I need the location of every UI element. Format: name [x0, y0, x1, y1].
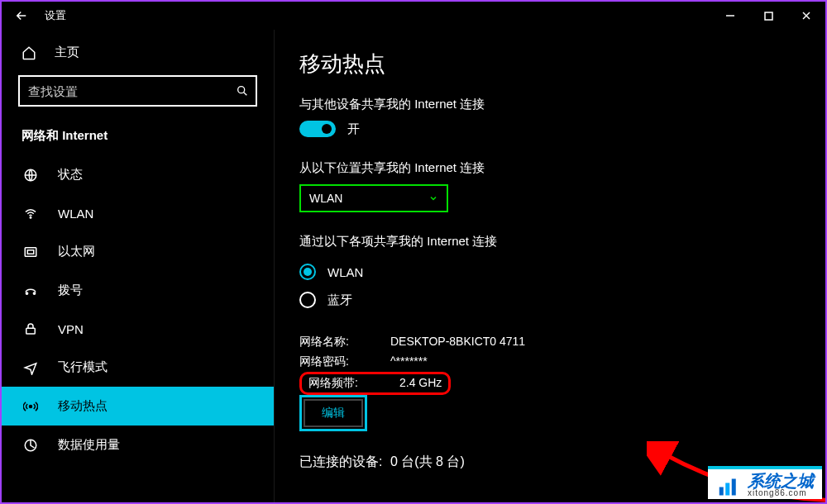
- airplane-icon: [22, 360, 40, 375]
- content-area: 移动热点 与其他设备共享我的 Internet 连接 开 从以下位置共享我的 I…: [275, 30, 825, 502]
- info-row-password: 网络密码: ^*******: [299, 352, 801, 372]
- maximize-button[interactable]: [749, 2, 787, 29]
- info-row-band: 网络频带: 2.4 GHz: [308, 376, 442, 391]
- search-icon: [236, 84, 249, 97]
- category-label: 网络和 Internet: [2, 123, 274, 155]
- info-label: 网络名称:: [299, 335, 390, 349]
- info-row-name: 网络名称: DESKTOP-8BKICT0 4711: [299, 332, 801, 352]
- share-label: 与其他设备共享我的 Internet 连接: [299, 97, 801, 112]
- sidebar-item-label: 数据使用量: [58, 437, 120, 453]
- window-title: 设置: [45, 8, 66, 23]
- svg-rect-16: [725, 483, 729, 496]
- watermark-text: 系统之城: [748, 473, 814, 489]
- share-from-label: 从以下位置共享我的 Internet 连接: [299, 160, 801, 176]
- watermark: 系统之城 xitong86.com: [708, 466, 822, 499]
- home-label: 主页: [55, 45, 79, 60]
- info-label: 网络密码:: [299, 354, 390, 369]
- watermark-url: xitong86.com: [748, 489, 814, 497]
- back-button[interactable]: [12, 6, 31, 26]
- svg-rect-17: [732, 479, 736, 496]
- radio-icon: [299, 292, 316, 308]
- radio-wlan[interactable]: WLAN: [299, 258, 801, 286]
- sidebar-item-hotspot[interactable]: 移动热点: [2, 387, 274, 426]
- sidebar-item-wlan[interactable]: WLAN: [2, 194, 274, 232]
- sidebar: 主页 网络和 Internet 状态 WLAN 以太网 拨号: [2, 30, 275, 502]
- minimize-button[interactable]: [711, 2, 749, 29]
- svg-rect-12: [26, 328, 36, 334]
- search-field[interactable]: [28, 84, 236, 98]
- sidebar-item-label: 飞行模式: [58, 359, 108, 375]
- wifi-icon: [22, 206, 40, 221]
- home-button[interactable]: 主页: [2, 36, 274, 75]
- select-value: WLAN: [309, 192, 428, 205]
- sidebar-item-label: 移动热点: [58, 398, 108, 414]
- hotspot-icon: [22, 399, 40, 414]
- share-from-select[interactable]: WLAN: [299, 184, 448, 212]
- watermark-icon: [716, 473, 741, 497]
- info-value: ^*******: [390, 354, 428, 369]
- info-label: 网络频带:: [308, 376, 399, 391]
- sidebar-item-label: 拨号: [58, 283, 83, 298]
- ethernet-icon: [22, 245, 40, 259]
- info-value: 2.4 GHz: [399, 376, 442, 391]
- page-title: 移动热点: [299, 50, 801, 78]
- sidebar-item-label: 状态: [58, 167, 83, 183]
- info-label: 已连接的设备:: [299, 454, 390, 471]
- radio-label: WLAN: [327, 265, 363, 279]
- sidebar-item-vpn[interactable]: VPN: [2, 310, 274, 348]
- search-input[interactable]: [18, 75, 257, 107]
- svg-point-4: [238, 87, 245, 93]
- radio-label: 蓝牙: [327, 292, 352, 308]
- dialup-icon: [22, 283, 40, 298]
- svg-point-13: [30, 405, 32, 407]
- share-toggle[interactable]: [299, 121, 336, 137]
- edit-button[interactable]: 编辑: [304, 399, 363, 427]
- data-usage-icon: [22, 438, 40, 453]
- toggle-state-label: 开: [347, 121, 360, 137]
- sidebar-item-label: WLAN: [58, 207, 93, 221]
- highlight-annotation: 编辑: [299, 395, 367, 431]
- radio-bluetooth[interactable]: 蓝牙: [299, 286, 801, 314]
- svg-point-11: [33, 292, 35, 293]
- close-button[interactable]: [787, 2, 825, 29]
- sidebar-item-label: 以太网: [58, 244, 95, 259]
- sidebar-item-label: VPN: [58, 322, 84, 336]
- status-icon: [22, 168, 40, 183]
- sidebar-item-dialup[interactable]: 拨号: [2, 271, 274, 310]
- svg-point-10: [26, 292, 27, 293]
- sidebar-item-ethernet[interactable]: 以太网: [2, 232, 274, 271]
- svg-rect-1: [765, 12, 772, 20]
- svg-rect-8: [25, 247, 36, 256]
- svg-rect-9: [27, 250, 34, 254]
- svg-line-5: [244, 93, 247, 96]
- radio-icon: [299, 264, 316, 280]
- info-value: DESKTOP-8BKICT0 4711: [390, 335, 525, 349]
- home-icon: [22, 45, 38, 60]
- svg-point-7: [30, 217, 31, 219]
- share-via-label: 通过以下各项共享我的 Internet 连接: [299, 234, 801, 250]
- info-value: 0 台(共 8 台): [390, 454, 465, 471]
- sidebar-item-data[interactable]: 数据使用量: [2, 426, 274, 464]
- vpn-icon: [22, 321, 40, 336]
- chevron-down-icon: [428, 193, 438, 203]
- svg-rect-15: [719, 487, 724, 496]
- sidebar-item-status[interactable]: 状态: [2, 155, 274, 194]
- highlight-annotation: 网络频带: 2.4 GHz: [299, 372, 451, 395]
- sidebar-item-airplane[interactable]: 飞行模式: [2, 348, 274, 387]
